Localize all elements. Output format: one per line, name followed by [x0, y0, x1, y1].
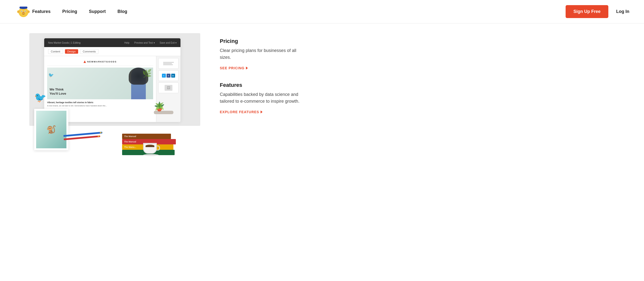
nav-pricing[interactable]: Pricing	[62, 9, 77, 14]
features-body: Capabilities backed by data science and …	[220, 91, 303, 105]
features-info-section: Features Capabilities backed by data sci…	[220, 82, 629, 114]
frame-card-inner: 🐒	[36, 111, 66, 148]
brand-name: NEWMARKETGOODS	[47, 60, 153, 63]
editor-tabs-row: Content Design Comments	[44, 47, 180, 56]
email-body-copy: A new brand, an old tale to tell. Genera…	[47, 104, 153, 107]
tab-design[interactable]: Design	[65, 49, 78, 54]
browser-preview: Preview and Test ▾	[134, 41, 155, 44]
pricing-body: Clear pricing plans for businesses of al…	[220, 47, 303, 61]
browser-title: New Market Goods | 1 Editing	[48, 41, 120, 44]
info-panel: Pricing Clear pricing plans for business…	[200, 33, 629, 126]
browser-topbar: New Market Goods | 1 Editing Help Previe…	[44, 38, 180, 47]
svg-point-8	[23, 12, 23, 13]
explore-features-chevron	[260, 110, 262, 113]
bird-branch-decoration: 🐦	[34, 92, 46, 103]
email-hero-image: 🌿 We ThinkYou'll Love 🐦	[47, 68, 153, 99]
svg-rect-2	[20, 6, 27, 8]
see-pricing-label: SEE PRICING	[220, 66, 244, 70]
browser-save: Save and Exit ▾	[160, 41, 176, 44]
palm-leaf-icon: 🌿	[142, 69, 152, 78]
svg-point-5	[22, 11, 22, 11]
nav-blog[interactable]: Blog	[118, 9, 127, 14]
brand-name-text: NEWMARKETGOODS	[87, 60, 117, 63]
logo[interactable]	[15, 3, 32, 20]
explore-features-label: EXPLORE FEATURES	[220, 110, 259, 114]
svg-point-11	[18, 11, 19, 12]
email-body-title: Vibrant, heritage textiles tell stories …	[47, 101, 153, 104]
svg-point-13	[28, 11, 29, 12]
svg-point-6	[25, 11, 26, 11]
bird-decorative: 🐦	[48, 72, 54, 78]
see-pricing-chevron	[246, 67, 248, 69]
tab-content[interactable]: Content	[48, 49, 63, 54]
nav-features[interactable]: Features	[32, 9, 50, 14]
explore-features-link[interactable]: EXPLORE FEATURES	[220, 110, 262, 114]
pencils-group	[63, 132, 102, 140]
email-body-content: Vibrant, heritage textiles tell stories …	[47, 101, 153, 107]
svg-marker-14	[84, 60, 86, 63]
main-content: New Market Goods | 1 Editing Help Previe…	[0, 23, 644, 175]
brand-header: NEWMARKETGOODS	[47, 59, 153, 66]
svg-point-7	[22, 12, 25, 14]
login-button[interactable]: Log In	[616, 9, 629, 14]
signup-button[interactable]: Sign Up Free	[566, 5, 608, 18]
editor-social-block[interactable]: t f in	[158, 70, 178, 81]
editor-text-block[interactable]	[158, 58, 178, 69]
succulent-plant: 🪴	[154, 101, 174, 114]
navbar-links: Features Pricing Support Blog	[32, 9, 566, 14]
nav-support[interactable]: Support	[89, 9, 106, 14]
svg-point-9	[24, 12, 24, 13]
tab-comments[interactable]: Comments	[80, 49, 98, 54]
hero-scene: New Market Goods | 1 Editing Help Previe…	[15, 33, 200, 165]
pricing-title: Pricing	[220, 38, 629, 44]
see-pricing-link[interactable]: SEE PRICING	[220, 66, 248, 70]
book-1: The Manual	[122, 134, 171, 139]
editor-image-block[interactable]: 🖼	[158, 82, 178, 93]
features-title: Features	[220, 82, 629, 88]
browser-help: Help	[124, 41, 130, 44]
hero-overlay-text: We ThinkYou'll Love	[50, 88, 66, 96]
navbar-actions: Sign Up Free Log In	[566, 5, 629, 18]
pricing-info-section: Pricing Clear pricing plans for business…	[220, 38, 629, 70]
navbar: Features Pricing Support Blog Sign Up Fr…	[0, 0, 644, 23]
coffee-cup	[143, 143, 159, 158]
frame-card: 🐒	[34, 109, 68, 150]
